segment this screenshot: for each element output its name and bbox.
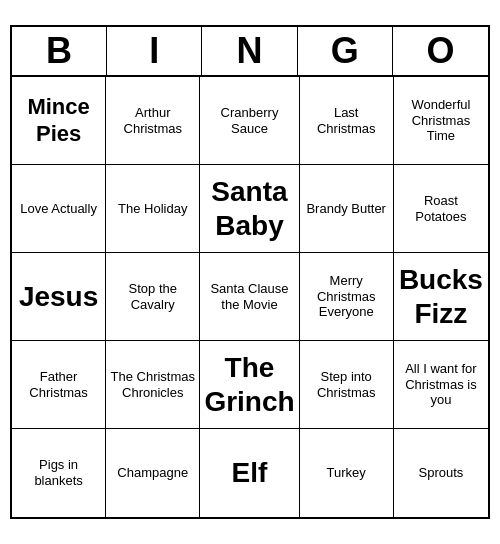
bingo-cell: Last Christmas	[300, 77, 394, 165]
bingo-header-letter: N	[202, 27, 297, 75]
cell-text: Last Christmas	[304, 105, 389, 136]
cell-text: Brandy Butter	[306, 201, 386, 217]
cell-text: The Christmas Chronicles	[110, 369, 195, 400]
cell-text: Stop the Cavalry	[110, 281, 195, 312]
bingo-cell: Elf	[200, 429, 299, 517]
bingo-cell: The Christmas Chronicles	[106, 341, 200, 429]
bingo-cell: Arthur Christmas	[106, 77, 200, 165]
bingo-cell: Sprouts	[394, 429, 488, 517]
bingo-cell: Brandy Butter	[300, 165, 394, 253]
cell-text: Santa Clause the Movie	[204, 281, 294, 312]
bingo-grid: Mince PiesArthur ChristmasCranberry Sauc…	[12, 77, 488, 517]
bingo-cell: All I want for Christmas is you	[394, 341, 488, 429]
cell-text: Roast Potatoes	[398, 193, 484, 224]
cell-text: Bucks Fizz	[398, 263, 484, 330]
cell-text: The Holiday	[118, 201, 187, 217]
cell-text: Santa Baby	[204, 175, 294, 242]
cell-text: Merry Christmas Everyone	[304, 273, 389, 320]
cell-text: All I want for Christmas is you	[398, 361, 484, 408]
bingo-cell: Santa Baby	[200, 165, 299, 253]
cell-text: Arthur Christmas	[110, 105, 195, 136]
bingo-cell: Bucks Fizz	[394, 253, 488, 341]
cell-text: The Grinch	[204, 351, 294, 418]
bingo-cell: Jesus	[12, 253, 106, 341]
bingo-header-letter: O	[393, 27, 488, 75]
bingo-cell: The Holiday	[106, 165, 200, 253]
bingo-cell: Cranberry Sauce	[200, 77, 299, 165]
bingo-cell: Champagne	[106, 429, 200, 517]
cell-text: Love Actually	[20, 201, 97, 217]
cell-text: Sprouts	[418, 465, 463, 481]
bingo-cell: Love Actually	[12, 165, 106, 253]
cell-text: Mince Pies	[16, 94, 101, 147]
bingo-cell: Stop the Cavalry	[106, 253, 200, 341]
bingo-header-letter: I	[107, 27, 202, 75]
cell-text: Cranberry Sauce	[204, 105, 294, 136]
bingo-cell: The Grinch	[200, 341, 299, 429]
bingo-cell: Father Christmas	[12, 341, 106, 429]
bingo-cell: Turkey	[300, 429, 394, 517]
bingo-cell: Mince Pies	[12, 77, 106, 165]
cell-text: Jesus	[19, 280, 98, 314]
bingo-cell: Step into Christmas	[300, 341, 394, 429]
bingo-card: BINGO Mince PiesArthur ChristmasCranberr…	[10, 25, 490, 519]
cell-text: Turkey	[327, 465, 366, 481]
cell-text: Father Christmas	[16, 369, 101, 400]
bingo-cell: Pigs in blankets	[12, 429, 106, 517]
cell-text: Pigs in blankets	[16, 457, 101, 488]
bingo-cell: Roast Potatoes	[394, 165, 488, 253]
bingo-header: BINGO	[12, 27, 488, 77]
cell-text: Step into Christmas	[304, 369, 389, 400]
cell-text: Wonderful Christmas Time	[398, 97, 484, 144]
cell-text: Champagne	[117, 465, 188, 481]
bingo-header-letter: B	[12, 27, 107, 75]
bingo-cell: Wonderful Christmas Time	[394, 77, 488, 165]
cell-text: Elf	[232, 456, 268, 490]
bingo-header-letter: G	[298, 27, 393, 75]
bingo-cell: Santa Clause the Movie	[200, 253, 299, 341]
bingo-cell: Merry Christmas Everyone	[300, 253, 394, 341]
